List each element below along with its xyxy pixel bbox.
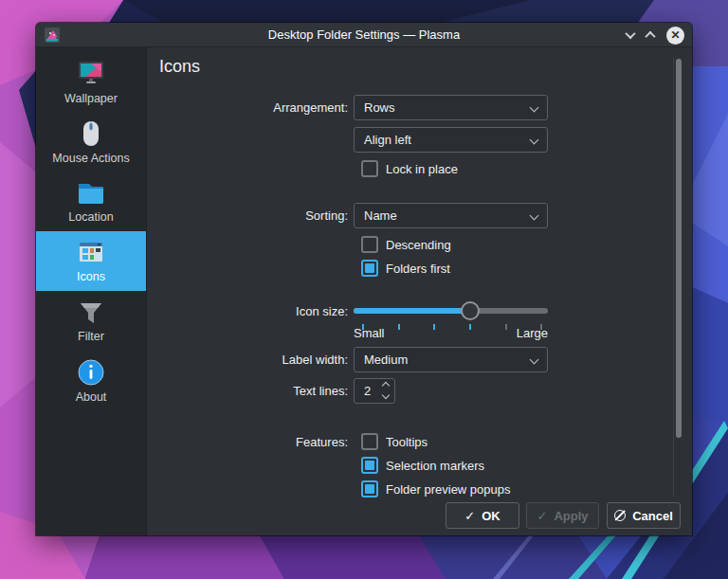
sidebar-item-label: Icons	[77, 270, 105, 283]
label-width-label: Label width:	[147, 353, 348, 367]
arrangement-dropdown[interactable]: Rows	[354, 95, 548, 120]
sidebar-item-label: About	[76, 390, 107, 404]
mouse-icon	[76, 119, 106, 148]
text-lines-spinbox[interactable]: 2	[354, 378, 395, 404]
sorting-value: Name	[364, 208, 397, 223]
label-width-value: Medium	[364, 353, 408, 367]
features-label: Features:	[147, 435, 348, 449]
sidebar-item-label: Filter	[78, 330, 104, 343]
titlebar[interactable]: Desktop Folder Settings — Plasma ✕	[36, 23, 692, 47]
lock-in-place-checkbox[interactable]	[361, 160, 378, 177]
sidebar-item-location[interactable]: Location	[36, 172, 146, 231]
descending-label[interactable]: Descending	[386, 238, 451, 252]
chevron-down-icon	[530, 136, 539, 145]
tooltips-checkbox[interactable]	[361, 433, 378, 450]
icon-size-slider[interactable]	[354, 301, 548, 320]
alignment-value: Align left	[364, 133, 411, 147]
selection-markers-checkbox[interactable]	[361, 457, 378, 474]
chevron-down-icon	[530, 103, 539, 113]
info-icon	[77, 358, 105, 387]
sidebar-item-icons[interactable]: Icons	[36, 231, 146, 291]
scrollbar-thumb[interactable]	[676, 59, 682, 438]
check-icon: ✓	[464, 509, 475, 523]
chevron-down-icon[interactable]	[625, 28, 635, 39]
apply-button-label: Apply	[554, 509, 588, 523]
sorting-label: Sorting:	[147, 208, 348, 223]
app-icon	[45, 27, 60, 43]
sidebar-item-label: Wallpaper	[64, 92, 118, 105]
sorting-dropdown[interactable]: Name	[354, 203, 548, 228]
sidebar-item-label: Mouse Actions	[52, 152, 129, 165]
sidebar-item-about[interactable]: About	[36, 351, 146, 410]
settings-page-icons: Icons Arrangement: Rows Align left	[147, 47, 692, 535]
icons-view-icon	[76, 240, 106, 266]
sidebar-item-wallpaper[interactable]: Wallpaper	[36, 52, 146, 112]
chevron-up-icon[interactable]	[645, 31, 655, 42]
sidebar: Wallpaper Mouse Actions Location	[36, 47, 147, 535]
sidebar-item-mouse-actions[interactable]: Mouse Actions	[36, 112, 146, 172]
lock-in-place-label[interactable]: Lock in place	[386, 162, 458, 176]
folder-icon	[76, 180, 106, 207]
descending-checkbox[interactable]	[361, 236, 378, 253]
scrollbar-track[interactable]	[673, 57, 674, 497]
arrangement-label: Arrangement:	[147, 100, 348, 115]
desktop: Desktop Folder Settings — Plasma ✕ Wallp…	[0, 0, 728, 579]
sidebar-item-label: Location	[68, 210, 113, 224]
alignment-dropdown[interactable]: Align left	[354, 127, 548, 153]
wallpaper-monitor-icon	[76, 60, 106, 88]
slider-min-label: Small	[354, 326, 385, 340]
chevron-down-icon	[530, 355, 539, 365]
folder-preview-popups-checkbox[interactable]	[361, 480, 378, 498]
cancel-slash-icon	[614, 510, 626, 521]
cancel-button[interactable]: Cancel	[607, 502, 681, 529]
chevron-down-icon	[530, 211, 539, 221]
folder-preview-popups-label[interactable]: Folder preview popups	[386, 482, 511, 497]
check-icon: ✓	[537, 509, 547, 523]
folders-first-label[interactable]: Folders first	[386, 262, 450, 276]
spin-up-icon[interactable]	[382, 382, 390, 389]
label-width-dropdown[interactable]: Medium	[354, 347, 548, 372]
icon-size-slider-fill	[354, 308, 470, 314]
filter-funnel-icon	[77, 299, 105, 326]
ok-button-label: OK	[482, 509, 500, 523]
sidebar-item-filter[interactable]: Filter	[36, 291, 146, 351]
apply-button[interactable]: ✓ Apply	[526, 502, 599, 529]
ok-button[interactable]: ✓ OK	[446, 502, 519, 529]
slider-max-label: Large	[517, 326, 548, 340]
icon-size-slider-handle[interactable]	[461, 301, 480, 320]
text-lines-label: Text lines:	[147, 384, 348, 398]
page-title: Icons	[159, 57, 200, 77]
window-title: Desktop Folder Settings — Plasma	[36, 27, 692, 42]
settings-window: Desktop Folder Settings — Plasma ✕ Wallp…	[36, 23, 692, 535]
close-icon[interactable]: ✕	[666, 27, 684, 45]
spin-down-icon[interactable]	[382, 391, 390, 399]
icon-size-label: Icon size:	[147, 304, 348, 318]
tooltips-label[interactable]: Tooltips	[386, 435, 428, 449]
text-lines-value: 2	[364, 384, 371, 398]
folders-first-checkbox[interactable]	[361, 260, 378, 277]
selection-markers-label[interactable]: Selection markers	[386, 459, 484, 473]
arrangement-value: Rows	[364, 100, 395, 115]
cancel-button-label: Cancel	[632, 509, 673, 523]
